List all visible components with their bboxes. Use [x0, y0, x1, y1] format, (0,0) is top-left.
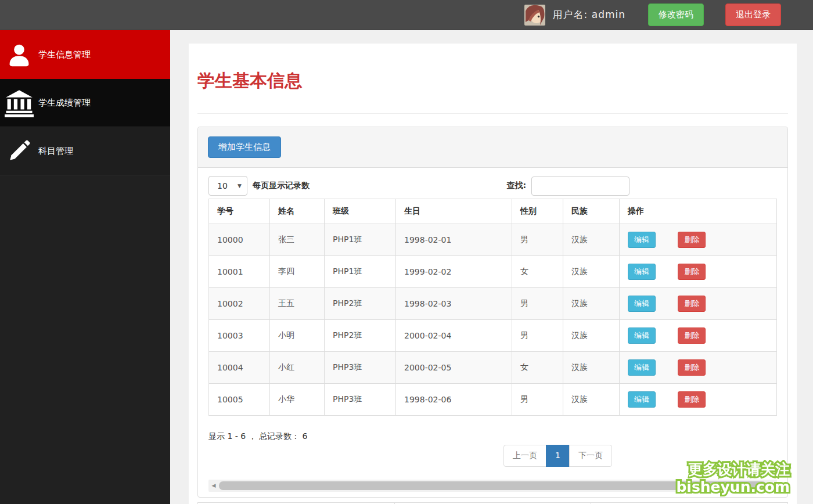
- cell-birthday: 2000-02-04: [396, 320, 512, 352]
- delete-button[interactable]: 删除: [678, 327, 706, 344]
- cell-class: PHP3班: [325, 352, 396, 384]
- delete-button[interactable]: 删除: [678, 359, 706, 376]
- edit-button[interactable]: 编辑: [628, 391, 656, 408]
- page-size-select[interactable]: 10 ▼: [208, 176, 247, 196]
- cell-ethnicity: 汉族: [563, 320, 620, 352]
- page-title: 学生基本信息: [197, 44, 788, 93]
- edit-button[interactable]: 编辑: [628, 359, 656, 376]
- cell-actions: 编辑 删除: [620, 352, 777, 384]
- cell-gender: 男: [512, 320, 563, 352]
- cell-class: PHP3班: [325, 384, 396, 416]
- pagination-page-1[interactable]: 1: [546, 445, 570, 467]
- cell-class: PHP2班: [325, 288, 396, 320]
- col-header-birthday: 生日: [396, 199, 512, 224]
- cell-id: 10001: [209, 256, 270, 288]
- change-password-button[interactable]: 修改密码: [648, 3, 704, 26]
- cell-id: 10005: [209, 384, 270, 416]
- username-label: 用户名: admin: [553, 8, 625, 21]
- cell-ethnicity: 汉族: [563, 352, 620, 384]
- cell-ethnicity: 汉族: [563, 384, 620, 416]
- scrollbar-thumb[interactable]: [219, 481, 767, 490]
- logout-button[interactable]: 退出登录: [725, 3, 781, 26]
- delete-button[interactable]: 删除: [678, 391, 706, 408]
- cell-name: 张三: [270, 224, 325, 256]
- cell-ethnicity: 汉族: [563, 224, 620, 256]
- cell-name: 小明: [270, 320, 325, 352]
- scroll-left-icon[interactable]: ◀: [210, 480, 218, 492]
- cell-gender: 男: [512, 288, 563, 320]
- cell-gender: 女: [512, 256, 563, 288]
- sidebar-item-label: 学生成绩管理: [38, 98, 91, 109]
- cell-class: PHP2班: [325, 320, 396, 352]
- col-header-gender: 性别: [512, 199, 563, 224]
- pagination-next[interactable]: 下一页: [569, 445, 612, 467]
- sidebar-item-label: 科目管理: [38, 146, 73, 157]
- edit-button[interactable]: 编辑: [628, 327, 656, 344]
- search-label: 查找:: [506, 181, 526, 191]
- table-row: 10002 王五 PHP2班 1998-02-03 男 汉族 编辑 删除: [209, 288, 777, 320]
- horizontal-scrollbar[interactable]: ◀ ▶: [208, 480, 777, 492]
- panel-heading: 增加学生信息: [198, 127, 787, 168]
- topbar: 用户名: admin 修改密码 退出登录: [0, 0, 813, 30]
- col-header-id: 学号: [209, 199, 270, 224]
- title-divider: [197, 113, 788, 114]
- delete-button[interactable]: 删除: [678, 264, 706, 280]
- page-size-label: 每页显示记录数: [253, 181, 310, 191]
- cell-actions: 编辑 删除: [620, 320, 777, 352]
- edit-button[interactable]: 编辑: [628, 264, 656, 280]
- students-panel: 增加学生信息 10 ▼ 每页显示记录数 查找:: [197, 127, 788, 498]
- sidebar-item-student-scores[interactable]: 学生成绩管理: [0, 79, 170, 127]
- cell-gender: 男: [512, 224, 563, 256]
- cell-ethnicity: 汉族: [563, 256, 620, 288]
- page-size-value: 10: [217, 181, 228, 190]
- sidebar: 学生信息管理 学生成绩管理 科目管理: [0, 30, 170, 504]
- cell-id: 10000: [209, 224, 270, 256]
- scroll-right-icon[interactable]: ▶: [768, 480, 776, 492]
- cell-actions: 编辑 删除: [620, 384, 777, 416]
- cell-actions: 编辑 删除: [620, 288, 777, 320]
- pencil-icon: [0, 139, 38, 163]
- cell-gender: 男: [512, 384, 563, 416]
- cell-id: 10003: [209, 320, 270, 352]
- add-student-button[interactable]: 增加学生信息: [208, 136, 281, 158]
- cell-class: PHP1班: [325, 224, 396, 256]
- cell-name: 李四: [270, 256, 325, 288]
- table-row: 10000 张三 PHP1班 1998-02-01 男 汉族 编辑 删除: [209, 224, 777, 256]
- main-content: 学生基本信息 增加学生信息 10 ▼ 每页显示记录数 查找:: [170, 30, 813, 504]
- records-summary: 显示 1 - 6 ， 总记录数： 6: [208, 431, 777, 442]
- table-row: 10005 小华 PHP3班 1998-02-06 男 汉族 编辑 删除: [209, 384, 777, 416]
- table-row: 10003 小明 PHP2班 2000-02-04 男 汉族 编辑 删除: [209, 320, 777, 352]
- pagination-prev[interactable]: 上一页: [503, 445, 546, 467]
- table-row: 10004 小红 PHP3班 2000-02-05 女 汉族 编辑 删除: [209, 352, 777, 384]
- pagination: 上一页 1 下一页: [503, 445, 612, 467]
- col-header-name: 姓名: [270, 199, 325, 224]
- cell-name: 王五: [270, 288, 325, 320]
- col-header-ethnicity: 民族: [563, 199, 620, 224]
- edit-button[interactable]: 编辑: [628, 296, 656, 312]
- table-controls: 10 ▼ 每页显示记录数 查找:: [208, 176, 777, 196]
- search-group: 查找:: [506, 177, 629, 196]
- students-table: 学号 姓名 班级 生日 性别 民族 操作 10000 张三: [208, 199, 777, 416]
- sidebar-item-subjects[interactable]: 科目管理: [0, 127, 170, 175]
- delete-button[interactable]: 删除: [678, 232, 706, 248]
- cell-birthday: 1998-02-01: [396, 224, 512, 256]
- avatar-illustration: [524, 5, 545, 26]
- students-table-header-row: 学号 姓名 班级 生日 性别 民族 操作: [209, 199, 777, 224]
- table-row: 10001 李四 PHP1班 1999-02-02 女 汉族 编辑 删除: [209, 256, 777, 288]
- user-icon: [0, 41, 38, 68]
- cell-class: PHP1班: [325, 256, 396, 288]
- user-avatar: [524, 5, 545, 26]
- search-input[interactable]: [531, 177, 629, 196]
- bank-icon: [0, 88, 38, 117]
- sidebar-item-label: 学生信息管理: [38, 49, 91, 60]
- cell-actions: 编辑 删除: [620, 224, 777, 256]
- edit-button[interactable]: 编辑: [628, 232, 656, 248]
- cell-gender: 女: [512, 352, 563, 384]
- cell-id: 10004: [209, 352, 270, 384]
- sidebar-item-student-info[interactable]: 学生信息管理: [0, 30, 170, 79]
- delete-button[interactable]: 删除: [678, 296, 706, 312]
- content-card: 学生基本信息 增加学生信息 10 ▼ 每页显示记录数 查找:: [189, 44, 797, 504]
- cell-birthday: 1998-02-06: [396, 384, 512, 416]
- cell-name: 小红: [270, 352, 325, 384]
- cell-birthday: 1999-02-02: [396, 256, 512, 288]
